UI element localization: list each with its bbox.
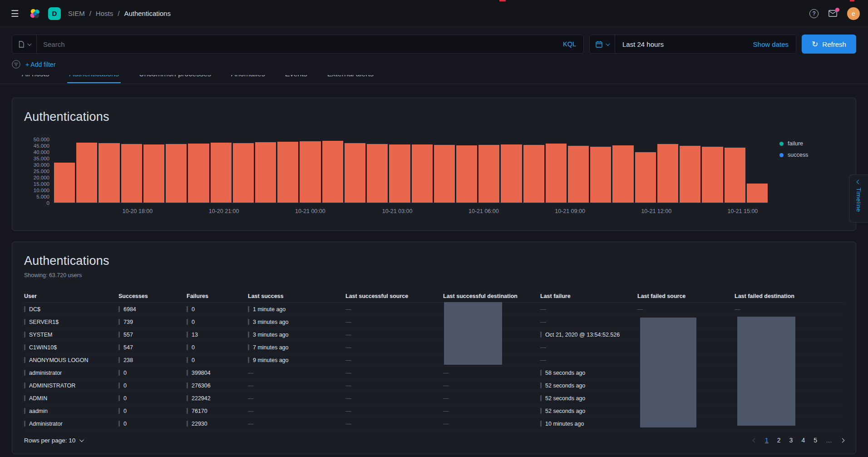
- table-cell[interactable]: administrator: [24, 370, 118, 376]
- column-header-last-success[interactable]: Last success: [248, 293, 345, 299]
- drag-handle-icon: [248, 306, 249, 312]
- timeline-toggle-button[interactable]: Timeline: [849, 174, 868, 223]
- table-cell[interactable]: 7 minutes ago: [248, 344, 345, 351]
- table-cell[interactable]: 0: [187, 357, 248, 363]
- notification-badge: [835, 8, 839, 12]
- table-cell[interactable]: 52 seconds ago: [540, 408, 637, 414]
- tab-all-hosts[interactable]: All hosts: [20, 75, 51, 83]
- table-cell[interactable]: 6984: [118, 306, 187, 313]
- show-dates-button[interactable]: Show dates: [746, 40, 796, 48]
- chart-bars: [54, 139, 768, 203]
- table-cell[interactable]: 3 minutes ago: [248, 332, 345, 338]
- chart-bar: [121, 144, 142, 203]
- app-menu-icon[interactable]: ☰: [8, 8, 22, 19]
- cell-value: 9 minutes ago: [253, 357, 289, 363]
- column-header-user[interactable]: User: [24, 293, 118, 299]
- column-header-last-failed-destination[interactable]: Last failed destination: [735, 293, 844, 299]
- table-cell[interactable]: 0: [118, 395, 187, 402]
- chart-plot-area[interactable]: [54, 139, 768, 203]
- table-cell[interactable]: 0: [118, 382, 187, 389]
- table-cell[interactable]: 739: [118, 319, 187, 325]
- tab-authentications[interactable]: Authentications: [67, 75, 120, 83]
- table-cell[interactable]: 0: [118, 408, 187, 414]
- refresh-button[interactable]: ↻ Refresh: [802, 35, 856, 54]
- search-input[interactable]: [37, 40, 556, 48]
- cell-value: 22930: [192, 421, 207, 427]
- cell-value: SERVER1$: [29, 319, 59, 325]
- table-cell[interactable]: 52 seconds ago: [540, 395, 637, 402]
- table-cell[interactable]: ADMIN: [24, 395, 118, 402]
- quick-select-time-button[interactable]: [590, 35, 615, 53]
- breadcrumb-hosts[interactable]: Hosts: [96, 10, 113, 17]
- table-cell[interactable]: C1WIN10$: [24, 344, 118, 351]
- tab-uncommon-processes[interactable]: Uncommon processes: [137, 75, 213, 83]
- table-cell[interactable]: 1 minute ago: [248, 306, 345, 313]
- table-cell[interactable]: SYSTEM: [24, 332, 118, 338]
- table-cell[interactable]: 0: [187, 344, 248, 351]
- table-cell[interactable]: 0: [118, 421, 187, 427]
- page-number-5[interactable]: 5: [814, 437, 817, 444]
- table-cell[interactable]: 222942: [187, 395, 248, 402]
- table-cell[interactable]: 58 seconds ago: [540, 370, 637, 376]
- kql-syntax-button[interactable]: KQL: [556, 40, 583, 48]
- empty-value: —: [345, 344, 351, 351]
- empty-value: —: [345, 306, 351, 313]
- table-cell[interactable]: 0: [187, 306, 248, 313]
- column-header-last-successful-destination[interactable]: Last successful destination: [443, 293, 540, 299]
- x-tick-label: 10-21 15:00: [728, 208, 758, 214]
- newsfeed-icon[interactable]: [829, 10, 837, 17]
- table-row: administrator0399804———58 seconds ago: [24, 367, 844, 379]
- table-cell[interactable]: 0: [187, 319, 248, 325]
- column-header-successes[interactable]: Successes: [118, 293, 187, 299]
- table-cell[interactable]: ANONYMOUS LOGON: [24, 357, 118, 363]
- table-cell[interactable]: DC$: [24, 306, 118, 313]
- breadcrumb-siem[interactable]: SIEM: [68, 10, 85, 17]
- previous-page-button[interactable]: [753, 439, 756, 442]
- table-cell[interactable]: 3 minutes ago: [248, 319, 345, 325]
- table-cell[interactable]: 557: [118, 332, 187, 338]
- table-cell[interactable]: 0: [118, 370, 187, 376]
- table-cell[interactable]: 76170: [187, 408, 248, 414]
- column-header-last-successful-source[interactable]: Last successful source: [345, 293, 443, 299]
- legend-item-failure[interactable]: failure: [779, 140, 844, 147]
- drag-handle-icon: [118, 395, 120, 401]
- rows-per-page-button[interactable]: Rows per page: 10: [24, 437, 83, 444]
- table-cell[interactable]: SERVER1$: [24, 319, 118, 325]
- table-cell[interactable]: 276306: [187, 382, 248, 389]
- saved-query-menu-button[interactable]: [12, 35, 37, 53]
- table-cell[interactable]: Oct 21, 2020 @ 13:54:52.526: [540, 332, 637, 338]
- page-number-2[interactable]: 2: [777, 437, 781, 444]
- column-header-last-failed-source[interactable]: Last failed source: [637, 293, 735, 299]
- table-cell[interactable]: 13: [187, 332, 248, 338]
- space-badge[interactable]: D: [48, 7, 61, 20]
- table-cell[interactable]: aadmin: [24, 408, 118, 414]
- drag-handle-icon: [187, 357, 188, 363]
- add-filter-button[interactable]: + Add filter: [25, 61, 56, 68]
- table-cell[interactable]: ADMINISTRATOR: [24, 382, 118, 389]
- tab-anomalies[interactable]: Anomalies: [229, 75, 267, 83]
- tab-events[interactable]: Events: [283, 75, 309, 83]
- table-cell[interactable]: 9 minutes ago: [248, 357, 345, 363]
- page-number-3[interactable]: 3: [789, 437, 793, 444]
- column-header-failures[interactable]: Failures: [187, 293, 248, 299]
- x-tick-label: 10-21 09:00: [555, 208, 585, 214]
- time-range-value[interactable]: Last 24 hours: [615, 40, 746, 48]
- next-page-button[interactable]: [841, 439, 844, 442]
- help-icon[interactable]: ?: [809, 9, 819, 18]
- table-cell[interactable]: 399804: [187, 370, 248, 376]
- tab-external-alerts[interactable]: External alerts: [326, 75, 375, 83]
- legend-label: success: [788, 152, 808, 158]
- chart-bar: [255, 142, 276, 203]
- table-cell[interactable]: 547: [118, 344, 187, 351]
- page-number-4[interactable]: 4: [801, 437, 805, 444]
- table-cell[interactable]: 10 minutes ago: [540, 421, 637, 427]
- legend-dot-icon: [779, 142, 784, 146]
- page-number-1[interactable]: 1: [765, 437, 769, 444]
- column-header-last-failure[interactable]: Last failure: [540, 293, 637, 299]
- table-cell[interactable]: 238: [118, 357, 187, 363]
- table-cell[interactable]: 22930: [187, 421, 248, 427]
- table-cell[interactable]: Administrator: [24, 421, 118, 427]
- user-avatar[interactable]: e: [847, 7, 860, 20]
- table-cell[interactable]: 52 seconds ago: [540, 382, 637, 389]
- legend-item-success[interactable]: success: [779, 152, 844, 158]
